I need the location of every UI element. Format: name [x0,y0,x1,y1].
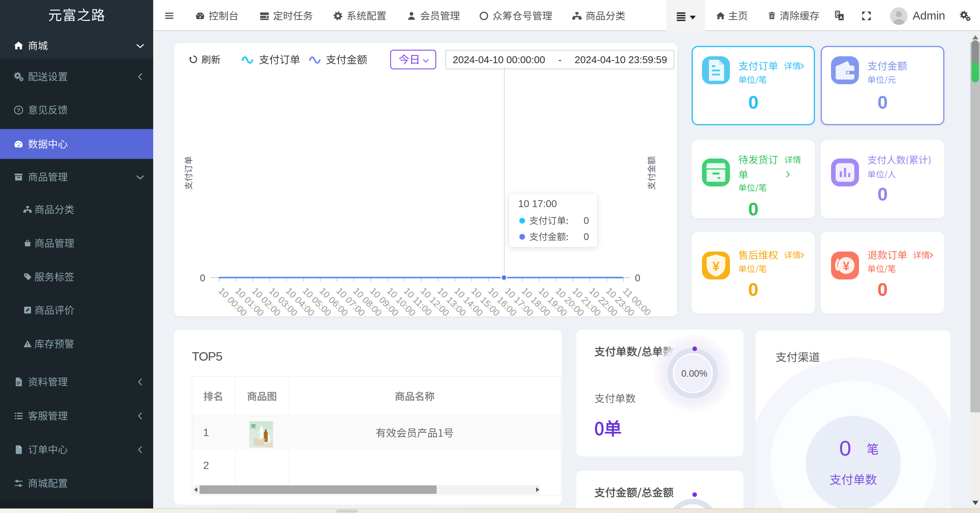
svg-text:¥: ¥ [712,259,720,273]
svg-text:?: ? [17,107,20,113]
svg-text:¥: ¥ [843,259,850,273]
